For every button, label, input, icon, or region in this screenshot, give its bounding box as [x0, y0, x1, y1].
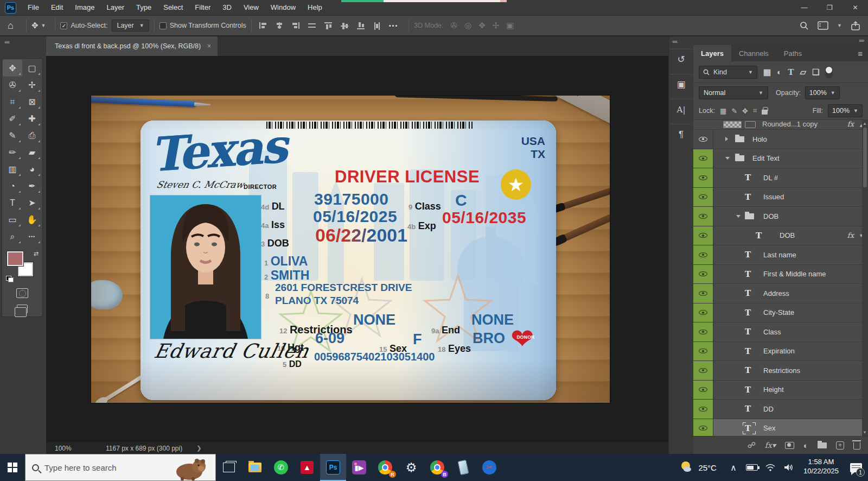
minimize-button[interactable]: — — [792, 0, 817, 15]
lock-artboard-icon[interactable]: ⌗ — [753, 106, 757, 115]
delete-layer-icon[interactable] — [853, 442, 860, 450]
foreground-color-swatch[interactable] — [7, 251, 23, 266]
notification-center[interactable]: 1 — [844, 454, 868, 481]
show-transform-checkbox[interactable] — [159, 22, 167, 29]
menu-image[interactable]: Image — [69, 0, 100, 15]
paragraph-panel-icon[interactable]: ¶ — [671, 124, 692, 144]
taskbar-photoshop[interactable]: Ps — [320, 454, 346, 481]
visibility-toggle[interactable] — [693, 226, 713, 245]
lock-position-icon[interactable]: ✥ — [742, 107, 748, 115]
align-bottom-icon[interactable] — [356, 22, 365, 30]
menu-window[interactable]: Window — [265, 0, 302, 15]
layer-row-first-middle-name[interactable]: TFirst & Middle name — [693, 265, 868, 284]
crop-tool[interactable]: ⌗ — [3, 93, 22, 110]
swap-colors-icon[interactable]: ⇄ — [34, 250, 39, 257]
healing-brush-tool[interactable]: ✚ — [22, 110, 42, 127]
visibility-toggle[interactable] — [693, 303, 713, 322]
layer-row-edit-text[interactable]: Edit Text — [693, 149, 868, 169]
document-tab[interactable]: Texas dl front & back.psd @ 100% (Sex, R… — [46, 36, 218, 56]
eyedropper-tool[interactable]: ✐ — [3, 110, 22, 127]
history-panel-icon[interactable]: ↺ — [671, 49, 692, 69]
more-tools[interactable]: ••• — [22, 228, 42, 245]
layer-row-height[interactable]: THeight — [693, 381, 868, 400]
layer-row-partial[interactable]: Rounded...1 copyfx▲ — [693, 120, 868, 130]
chevron-down-icon[interactable] — [736, 215, 741, 218]
clone-stamp-tool[interactable]: ⎙ — [22, 127, 42, 144]
tab-paths[interactable]: Paths — [776, 45, 809, 61]
link-layers-icon[interactable]: ☍ — [748, 440, 756, 450]
layer-row-holo[interactable]: Holo — [693, 130, 868, 149]
marquee-tool[interactable]: ▢ — [22, 60, 42, 77]
taskbar-settings[interactable]: ⚙ — [398, 454, 424, 481]
visibility-toggle[interactable] — [693, 207, 713, 226]
visibility-toggle[interactable] — [693, 265, 713, 284]
menu-view[interactable]: View — [238, 0, 265, 15]
layer-row-class[interactable]: TClass — [693, 322, 868, 342]
eraser-tool[interactable]: ▰ — [22, 144, 42, 161]
lock-all-icon[interactable] — [762, 110, 768, 115]
properties-panel-icon[interactable]: ▣ — [671, 74, 692, 94]
blur-tool[interactable]: ◕ — [22, 161, 42, 178]
type-tool[interactable]: T — [3, 194, 22, 211]
layer-fx-label[interactable]: fx — [847, 231, 854, 239]
pen-tool[interactable]: ✒ — [22, 178, 42, 194]
magic-wand-tool[interactable]: ✢ — [22, 77, 42, 93]
document-image[interactable]: TOUCH — [91, 96, 610, 403]
pixel-layer-filter-icon[interactable]: ▦ — [763, 67, 771, 77]
current-tool-icon[interactable]: ✥ ▼ — [31, 21, 46, 30]
move-tool[interactable]: ✥ — [3, 60, 22, 77]
align-center-h-icon[interactable] — [275, 22, 284, 29]
menu-file[interactable]: File — [22, 0, 45, 15]
auto-select-target-dropdown[interactable]: Layer▼ — [112, 20, 149, 31]
opacity-dropdown[interactable]: 100%▼ — [805, 86, 840, 99]
layer-row-dl-[interactable]: TDL # — [693, 168, 868, 188]
close-tab-icon[interactable]: × — [207, 42, 211, 50]
3d-camera-icon[interactable]: ▣ — [506, 21, 514, 30]
taskbar-capture-tool[interactable]: ✂ — [476, 454, 502, 481]
taskbar-chrome-2[interactable]: B — [424, 454, 450, 481]
add-mask-icon[interactable] — [785, 442, 794, 449]
visibility-toggle[interactable] — [693, 400, 713, 419]
menu-edit[interactable]: Edit — [45, 0, 69, 15]
visibility-toggle[interactable] — [693, 149, 713, 168]
wifi-icon[interactable] — [761, 454, 780, 481]
lock-transparency-icon[interactable]: ▦ — [720, 107, 726, 115]
visibility-toggle[interactable] — [693, 245, 713, 264]
3d-pan-icon[interactable]: ✥ — [478, 21, 486, 30]
volume-icon[interactable] — [780, 454, 798, 481]
visibility-toggle[interactable] — [693, 284, 713, 303]
3d-slide-icon[interactable]: ✢ — [493, 21, 500, 30]
layer-row-dd[interactable]: TDD — [693, 400, 868, 419]
chevron-down-icon[interactable] — [725, 157, 730, 160]
adjustment-layer-filter-icon[interactable]: ◐ — [777, 67, 782, 77]
menu-type[interactable]: Type — [130, 0, 157, 15]
layer-row-expiration[interactable]: TExpiration — [693, 342, 868, 362]
layer-row-issued[interactable]: TIssued — [693, 188, 868, 207]
search-icon[interactable] — [800, 21, 809, 30]
visibility-toggle[interactable] — [693, 188, 713, 207]
adjustment-layer-icon[interactable]: ◐ — [803, 441, 808, 450]
taskbar-file-explorer[interactable] — [242, 454, 268, 481]
layer-row-last-name[interactable]: TLast name — [693, 245, 868, 265]
layer-row-sex[interactable]: TSex — [693, 419, 868, 436]
battery-icon[interactable] — [743, 454, 761, 481]
share-icon[interactable] — [851, 21, 860, 30]
dodge-tool[interactable]: ◔ — [3, 178, 22, 194]
lock-pixels-icon[interactable]: ✎ — [731, 107, 737, 115]
visibility-toggle[interactable] — [693, 322, 713, 341]
align-left-icon[interactable] — [259, 22, 267, 29]
home-icon[interactable]: ⌂ — [8, 20, 14, 31]
chevron-down-icon[interactable]: ▼ — [837, 23, 842, 28]
taskbar-chrome-1[interactable]: R — [372, 454, 398, 481]
search-input[interactable]: Type here to search — [25, 454, 216, 481]
panel-menu-icon[interactable]: ≡ — [852, 45, 868, 61]
collapse-panel-icon[interactable]: »» — [693, 36, 868, 45]
brush-tool[interactable]: ✎ — [3, 127, 22, 144]
shape-layer-filter-icon[interactable]: ▱ — [800, 67, 806, 77]
zoom-level[interactable]: 100% — [55, 445, 93, 452]
history-brush-tool[interactable]: ✏ — [3, 144, 22, 161]
zoom-tool[interactable]: ⌕ — [3, 228, 22, 245]
fill-dropdown[interactable]: 100%▼ — [828, 104, 863, 117]
canvas-area[interactable]: TOUCH — [46, 56, 668, 442]
visibility-toggle[interactable] — [693, 381, 713, 400]
